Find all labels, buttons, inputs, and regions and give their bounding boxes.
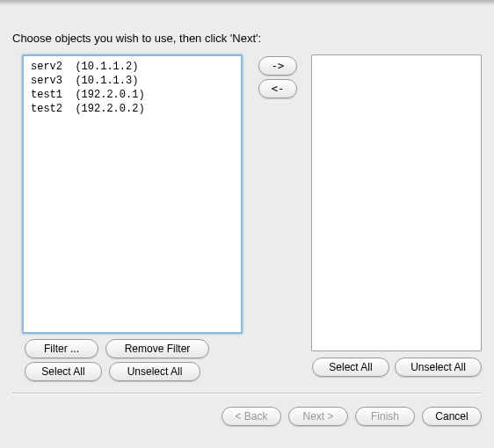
unselect-all-left-button[interactable]: Unselect All <box>109 362 200 381</box>
available-object-item[interactable]: serv3 (10.1.1.3) <box>31 74 234 88</box>
selected-objects-list[interactable] <box>311 54 482 351</box>
select-all-left-button[interactable]: Select All <box>25 362 102 381</box>
move-right-button[interactable]: -> <box>258 56 297 76</box>
remove-filter-button[interactable]: Remove Filter <box>105 339 209 358</box>
next-button[interactable]: Next > <box>288 407 348 426</box>
available-object-item[interactable]: test1 (192.2.0.1) <box>31 88 234 102</box>
available-object-item[interactable]: test2 (192.2.0.2) <box>31 102 234 116</box>
instruction-text: Choose objects you wish to use, then cli… <box>12 32 261 45</box>
back-button[interactable]: < Back <box>222 407 281 426</box>
available-objects-list[interactable]: serv2 (10.1.1.2)serv3 (10.1.1.3)test1 (1… <box>22 54 243 334</box>
wizard-button-row: < Back Next > Finish Cancel <box>222 407 482 426</box>
unselect-all-right-button[interactable]: Unselect All <box>395 358 482 377</box>
separator <box>12 393 482 394</box>
cancel-button[interactable]: Cancel <box>422 407 482 426</box>
select-all-right-button[interactable]: Select All <box>312 358 389 377</box>
finish-button[interactable]: Finish <box>355 407 415 426</box>
available-object-item[interactable]: serv2 (10.1.1.2) <box>31 60 234 74</box>
move-left-button[interactable]: <- <box>258 79 297 98</box>
filter-button[interactable]: Filter ... <box>25 339 98 358</box>
